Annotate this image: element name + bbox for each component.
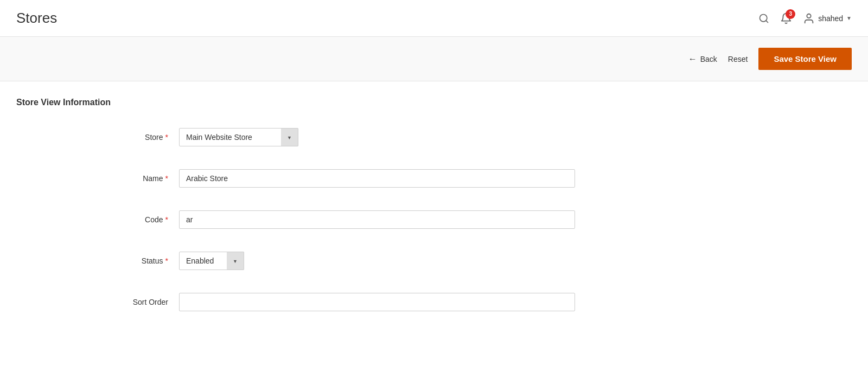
status-control: Enabled Disabled xyxy=(179,252,575,270)
search-button[interactable] xyxy=(758,13,769,24)
sort-order-label: Sort Order xyxy=(16,298,179,306)
reset-button[interactable]: Reset xyxy=(728,55,748,63)
name-form-row: Name* xyxy=(16,164,852,193)
name-input[interactable] xyxy=(179,169,575,188)
header-right: 3 shahed ▼ xyxy=(758,12,852,24)
store-select[interactable]: Main Website Store xyxy=(179,128,298,146)
sort-order-control xyxy=(179,293,575,311)
status-select[interactable]: Enabled Disabled xyxy=(179,252,244,270)
back-button[interactable]: ← Back xyxy=(688,54,717,64)
back-label: Back xyxy=(700,55,717,63)
form-section: Store* Main Website Store Name* xyxy=(16,123,852,317)
store-select-wrapper: Main Website Store xyxy=(179,128,298,146)
store-form-row: Store* Main Website Store xyxy=(16,123,852,152)
store-required: * xyxy=(165,133,168,142)
user-name: shahed xyxy=(818,14,843,23)
status-label: Status* xyxy=(16,256,179,265)
user-avatar-icon xyxy=(803,12,815,24)
store-label: Store* xyxy=(16,133,179,142)
notification-button[interactable]: 3 xyxy=(780,12,792,24)
svg-point-2 xyxy=(807,14,810,17)
search-icon xyxy=(758,13,769,24)
name-label: Name* xyxy=(16,174,179,183)
status-form-row: Status* Enabled Disabled xyxy=(16,246,852,275)
action-toolbar: ← Back Reset Save Store View xyxy=(0,37,868,81)
section-title: Store View Information xyxy=(16,98,852,107)
name-control xyxy=(179,169,575,188)
status-required: * xyxy=(165,256,168,265)
save-store-view-button[interactable]: Save Store View xyxy=(758,48,852,70)
code-form-row: Code* xyxy=(16,205,852,234)
user-dropdown-arrow: ▼ xyxy=(846,15,852,21)
code-required: * xyxy=(165,215,168,224)
page-title: Stores xyxy=(16,10,57,27)
store-control: Main Website Store xyxy=(179,128,575,146)
name-required: * xyxy=(165,174,168,183)
page-wrapper: Stores 3 shahed xyxy=(0,0,868,372)
user-menu-button[interactable]: shahed ▼ xyxy=(803,12,852,24)
notification-badge: 3 xyxy=(786,9,795,19)
sort-order-input[interactable] xyxy=(179,293,575,311)
page-header: Stores 3 shahed xyxy=(0,0,868,37)
back-arrow-icon: ← xyxy=(688,54,697,64)
code-control xyxy=(179,210,575,229)
status-select-wrapper: Enabled Disabled xyxy=(179,252,244,270)
code-label: Code* xyxy=(16,215,179,224)
code-input[interactable] xyxy=(179,210,575,229)
svg-line-1 xyxy=(766,20,768,22)
reset-label: Reset xyxy=(728,55,748,63)
sort-order-form-row: Sort Order xyxy=(16,287,852,317)
main-content: Store View Information Store* Main Websi… xyxy=(0,81,868,345)
